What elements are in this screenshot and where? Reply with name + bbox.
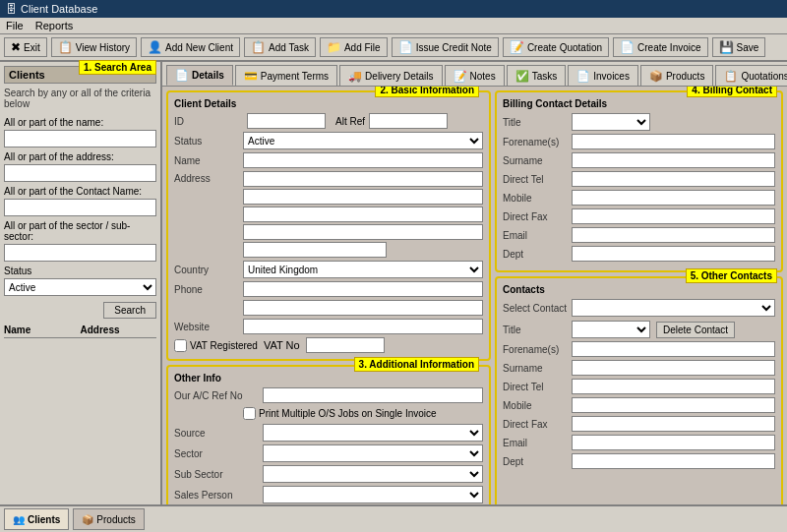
sector-search-input[interactable] (4, 244, 156, 262)
print-multiple-row: Print Multiple O/S Jobs on Single Invoic… (243, 407, 483, 420)
delivery-tab-icon: 🚚 (348, 70, 362, 83)
billing-direct-tel-input[interactable] (572, 171, 775, 187)
source-select[interactable] (263, 424, 483, 442)
billing-dept-label: Dept (503, 249, 572, 260)
add-task-button[interactable]: 📋Add Task (244, 37, 316, 57)
contact-direct-fax-label: Direct Fax (503, 419, 572, 430)
billing-direct-fax-row: Direct Fax (503, 208, 775, 224)
view-history-button[interactable]: 📋View History (51, 37, 137, 57)
vat-no-input[interactable] (306, 337, 385, 353)
taskbar-clients-button[interactable]: 👥 Clients (4, 508, 69, 530)
issue-credit-note-button[interactable]: 📄Issue Credit Note (392, 37, 499, 57)
right-content: 4. Billing Contact Billing Contact Detai… (495, 90, 783, 512)
billing-dept-row: Dept (503, 246, 775, 262)
billing-surname-input[interactable] (572, 152, 775, 168)
create-quotation-button[interactable]: 📝Create Quotation (503, 37, 609, 57)
add-new-client-button[interactable]: 👤Add New Client (141, 37, 240, 57)
ac-ref-row: Our A/C Ref No (174, 387, 483, 403)
country-select[interactable]: United Kingdom (243, 261, 483, 278)
phone-input[interactable] (243, 281, 483, 297)
tab-tasks[interactable]: ✅ Tasks (507, 65, 567, 86)
address-line3[interactable] (243, 207, 483, 222)
tab-quotations[interactable]: 📋 Quotations (715, 65, 787, 86)
create-invoice-button[interactable]: 📄Create Invoice (613, 37, 707, 57)
client-details-title: Client Details (174, 98, 483, 109)
address-line2[interactable] (243, 189, 483, 205)
invoices-tab-icon: 📄 (576, 70, 590, 83)
status-select[interactable]: Active Inactive All (4, 278, 156, 296)
billing-direct-tel-label: Direct Tel (503, 174, 572, 185)
other-info-title: Other Info (174, 373, 483, 384)
billing-direct-fax-input[interactable] (572, 208, 775, 224)
source-row: Source (174, 424, 483, 442)
address-line1[interactable] (243, 171, 483, 187)
results-address-col: Address (81, 325, 157, 335)
other-contacts-badge: 5. Other Contacts (686, 268, 777, 283)
sub-sector-select[interactable] (263, 465, 483, 483)
sales-person-row: Sales Person (174, 486, 483, 503)
vat-checkbox[interactable] (174, 339, 187, 352)
search-button[interactable]: Search (103, 302, 156, 319)
details-tab-icon: 📄 (175, 69, 189, 82)
contact-direct-fax-row: Direct Fax (503, 416, 775, 432)
billing-email-row: Email (503, 227, 775, 243)
contact-mobile-input[interactable] (572, 397, 775, 413)
select-contact-label: Select Contact (503, 303, 572, 314)
add-file-button[interactable]: 📁Add File (320, 37, 388, 57)
contact-title-select[interactable] (572, 321, 650, 338)
content-area: 2. Basic Information Client Details ID A… (162, 87, 787, 516)
tab-notes[interactable]: 📝 Notes (445, 65, 505, 86)
tab-products[interactable]: 📦 Products (640, 65, 713, 86)
sales-person-select[interactable] (263, 486, 483, 503)
exit-button[interactable]: ✖Exit (4, 37, 47, 57)
client-details-box: 2. Basic Information Client Details ID A… (166, 90, 491, 361)
save-button[interactable]: 💾Save (712, 37, 766, 57)
billing-dept-input[interactable] (572, 246, 775, 262)
menu-reports[interactable]: Reports (35, 20, 74, 31)
tab-invoices[interactable]: 📄 Invoices (568, 65, 638, 86)
print-multiple-label[interactable]: Print Multiple O/S Jobs on Single Invoic… (243, 407, 483, 420)
name-search-input[interactable] (4, 130, 156, 148)
contact-direct-tel-input[interactable] (572, 379, 775, 394)
contact-email-input[interactable] (572, 435, 775, 450)
tab-delivery-details[interactable]: 🚚 Delivery Details (339, 65, 442, 86)
results-header: Name Address (4, 325, 156, 338)
sector-select[interactable] (263, 444, 483, 462)
address-line4[interactable] (243, 224, 483, 240)
taskbar-products-button[interactable]: 📦 Products (73, 508, 144, 530)
website-input[interactable] (243, 319, 483, 334)
contact-search-input[interactable] (4, 199, 156, 216)
contact-direct-fax-input[interactable] (572, 416, 775, 432)
ac-ref-input[interactable] (263, 387, 483, 403)
name-row: Name (174, 152, 483, 168)
delete-contact-button[interactable]: Delete Contact (656, 322, 735, 338)
contact-forename-input[interactable] (572, 341, 775, 357)
select-contact-select[interactable] (572, 299, 775, 317)
status-field-select[interactable]: Active Inactive (243, 132, 483, 149)
billing-forename-input[interactable] (572, 134, 775, 149)
print-multiple-checkbox[interactable] (243, 407, 256, 420)
billing-contact-box: 4. Billing Contact Billing Contact Detai… (495, 90, 783, 272)
vat-checkbox-label[interactable]: VAT Registered (174, 339, 258, 352)
address-search-input[interactable] (4, 164, 156, 182)
name-field-input[interactable] (243, 152, 483, 168)
tasks-tab-icon: ✅ (515, 70, 529, 83)
id-input[interactable] (247, 113, 326, 129)
tab-payment-terms[interactable]: 💳 Payment Terms (235, 65, 337, 86)
tabs-row: 📄 Details 💳 Payment Terms 🚚 Delivery Det… (162, 62, 787, 87)
billing-title-select[interactable] (572, 113, 650, 131)
contact-dept-input[interactable] (572, 453, 775, 469)
title-bar: 🗄 Client Database (0, 0, 787, 18)
contact-direct-tel-row: Direct Tel (503, 379, 775, 394)
tab-details[interactable]: 📄 Details (166, 65, 233, 86)
source-label: Source (174, 428, 263, 439)
billing-mobile-input[interactable] (572, 190, 775, 206)
billing-email-input[interactable] (572, 227, 775, 243)
alt-ref-input[interactable] (369, 113, 448, 129)
menu-file[interactable]: File (6, 20, 24, 31)
address-postcode[interactable] (243, 242, 387, 258)
address-field-label: Address (174, 173, 243, 184)
phone-input2[interactable] (243, 300, 483, 316)
sub-sector-row: Sub Sector (174, 465, 483, 483)
contact-surname-input[interactable] (572, 360, 775, 376)
